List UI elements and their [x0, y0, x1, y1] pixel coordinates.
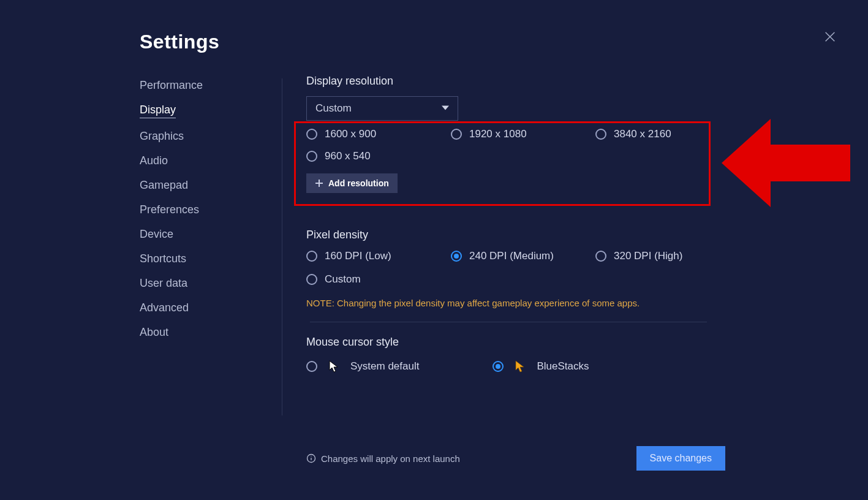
section-divider: [310, 322, 707, 322]
pixel-density-section: Pixel density 160 DPI (Low)240 DPI (Medi…: [306, 229, 711, 322]
resolution-option[interactable]: 3840 x 2160: [595, 128, 718, 140]
dpi-option[interactable]: 320 DPI (High): [595, 250, 718, 262]
info-icon: [306, 453, 316, 463]
sidebar-item-audio[interactable]: Audio: [140, 154, 168, 167]
resolution-select-value: Custom: [315, 102, 352, 115]
svg-marker-6: [516, 361, 524, 372]
radio-icon: [306, 151, 317, 162]
dpi-option[interactable]: 240 DPI (Medium): [451, 250, 592, 262]
add-resolution-label: Add resolution: [328, 178, 389, 188]
sidebar-item-preferences[interactable]: Preferences: [140, 203, 199, 216]
sidebar-item-device[interactable]: Device: [140, 227, 173, 241]
resolution-select[interactable]: Custom: [306, 96, 458, 121]
resolution-grid: 1600 x 9001920 x 10803840 x 2160960 x 54…: [306, 128, 711, 162]
resolution-label: 960 x 540: [325, 150, 371, 162]
mouse-cursor-option-label: BlueStacks: [537, 360, 589, 373]
dpi-label: 160 DPI (Low): [325, 250, 391, 262]
resolution-label: 1600 x 900: [325, 128, 376, 140]
page-title: Settings: [140, 31, 219, 53]
mouse-cursor-option[interactable]: BlueStacks: [492, 360, 589, 373]
footer: Changes will apply on next launch Save c…: [306, 446, 725, 471]
sidebar-item-about[interactable]: About: [140, 325, 168, 339]
svg-point-10: [311, 456, 311, 456]
pixel-density-label: Pixel density: [306, 229, 711, 241]
dpi-option[interactable]: 160 DPI (Low): [306, 250, 447, 262]
dpi-label: 320 DPI (High): [614, 250, 682, 262]
radio-icon: [306, 129, 317, 140]
radio-icon: [451, 251, 462, 262]
radio-icon: [595, 129, 606, 140]
radio-icon: [595, 251, 606, 262]
cursor-bluestacks-icon: [513, 360, 527, 373]
add-resolution-button[interactable]: Add resolution: [306, 173, 398, 193]
resolution-label: 3840 x 2160: [614, 128, 671, 140]
radio-icon: [306, 274, 317, 285]
dpi-option[interactable]: Custom: [306, 273, 447, 286]
svg-marker-5: [330, 361, 338, 372]
sidebar-item-display[interactable]: Display: [140, 103, 176, 118]
chevron-down-icon: [442, 102, 449, 115]
dpi-label: 240 DPI (Medium): [469, 250, 554, 262]
settings-window: Settings PerformanceDisplayGraphicsAudio…: [0, 0, 868, 500]
sidebar-item-graphics[interactable]: Graphics: [140, 129, 184, 143]
radio-icon: [306, 251, 317, 262]
settings-sidebar: PerformanceDisplayGraphicsAudioGamepadPr…: [140, 78, 282, 415]
resolution-option[interactable]: 1600 x 900: [306, 128, 447, 140]
radio-icon: [306, 361, 317, 372]
display-resolution-label: Display resolution: [306, 75, 711, 88]
red-arrow-annotation: [722, 114, 856, 212]
sidebar-item-shortcuts[interactable]: Shortcuts: [140, 252, 186, 265]
mouse-cursor-option-label: System default: [350, 360, 419, 373]
footer-note-text: Changes will apply on next launch: [321, 453, 460, 464]
pixel-density-note: NOTE: Changing the pixel density may aff…: [306, 298, 711, 308]
radio-icon: [451, 129, 462, 140]
mouse-cursor-options: System defaultBlueStacks: [306, 360, 711, 373]
mouse-cursor-label: Mouse cursor style: [306, 336, 711, 349]
sidebar-item-advanced[interactable]: Advanced: [140, 301, 189, 314]
close-button[interactable]: [821, 28, 839, 45]
plus-icon: [315, 179, 323, 188]
mouse-cursor-option[interactable]: System default: [306, 360, 419, 373]
svg-marker-7: [722, 119, 850, 207]
pixel-density-grid: 160 DPI (Low)240 DPI (Medium)320 DPI (Hi…: [306, 250, 711, 286]
sidebar-item-performance[interactable]: Performance: [140, 78, 203, 92]
display-panel: Display resolution Custom 1600 x 9001920…: [306, 75, 711, 373]
radio-icon: [492, 361, 504, 372]
close-icon: [823, 30, 837, 44]
svg-marker-2: [442, 105, 449, 110]
resolution-option[interactable]: 1920 x 1080: [451, 128, 592, 140]
save-changes-label: Save changes: [650, 453, 712, 464]
resolution-label: 1920 x 1080: [469, 128, 527, 140]
cursor-system-icon: [327, 360, 341, 373]
sidebar-item-gamepad[interactable]: Gamepad: [140, 178, 188, 192]
mouse-cursor-section: Mouse cursor style System defaultBlueSta…: [306, 336, 711, 373]
resolution-option[interactable]: 960 x 540: [306, 150, 447, 162]
sidebar-item-user-data[interactable]: User data: [140, 276, 187, 290]
dpi-label: Custom: [325, 273, 361, 286]
footer-note: Changes will apply on next launch: [306, 453, 460, 464]
save-changes-button[interactable]: Save changes: [636, 446, 725, 471]
